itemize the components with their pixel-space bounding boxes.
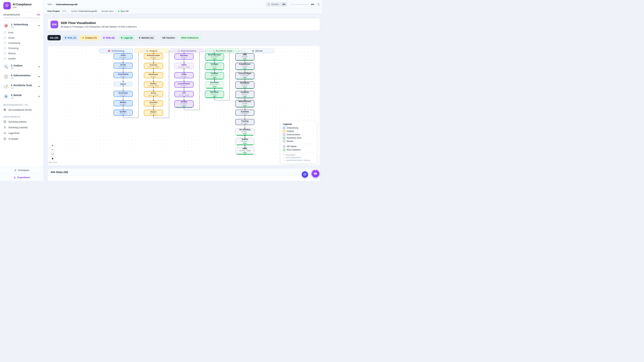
filter-pill[interactable]: Doku (6)	[101, 35, 117, 40]
breadcrumb-sdk[interactable]: SDK	[48, 3, 52, 6]
sidebar-item-schulung-learner[interactable]: Schulung (Learner)	[0, 124, 44, 130]
flow-node-einwilligungen[interactable]: EinwilligungenCP-CONS *100%	[205, 53, 224, 61]
flow-node-toms[interactable]: TOMsCP-TOM *	[174, 72, 194, 78]
flow-edge	[153, 88, 154, 90]
sidebar-item-dokumentation[interactable]: 📋 3. Dokumentation0%	[0, 72, 44, 81]
flow-edge	[184, 69, 184, 71]
flow-edge-arrowhead	[244, 61, 246, 62]
node-progress-bar	[237, 69, 253, 70]
flow-node-controls[interactable]: ControlsCP-CTRL * [DSB]	[144, 63, 163, 69]
sidebar-subitem-screening[interactable]: Screening	[0, 45, 44, 51]
legend-note: --- = gestrichelte Border: Optional	[283, 159, 314, 161]
flow-node-dsfa[interactable]: DSFACP-DSFA * [DSB]	[174, 63, 194, 69]
zoom-out-button[interactable]: −	[50, 147, 55, 152]
help-button[interactable]: ?	[317, 3, 320, 6]
filter-pill[interactable]: Vorb. (7)	[62, 35, 78, 40]
flow-node-pflichten[interactable]: PflichtenCP-OBL *	[174, 53, 194, 59]
sidebar-item-vorbereitung[interactable]: 🎯 1. Vorbereitung 0%	[0, 21, 44, 30]
column-header-icon: 📋	[178, 50, 180, 52]
sidebar-item-ai-quality[interactable]: AI Quality	[0, 136, 44, 142]
clipboard-icon: 📋	[3, 73, 9, 80]
flow-edge	[245, 126, 245, 127]
column-header-icon: 🎯	[108, 50, 110, 52]
flow-edge	[123, 87, 123, 89]
flow-canvas[interactable]: Legende VorbereitungAnalyseDokumentation…	[48, 46, 320, 166]
node-progress-bar	[237, 88, 253, 88]
flow-node-screening[interactable]: ScreeningCP-SCAN *	[114, 91, 133, 97]
flow-node-import[interactable]: Import	[114, 82, 133, 86]
flow-node-checklist[interactable]: ChecklistCP-CHK ~	[144, 100, 163, 106]
flow-node-vvt[interactable]: VVTCP-VVT * [DSB]	[174, 91, 194, 97]
sidebar-item-betrieb[interactable]: ⚙️ 5. Betrieb0%	[0, 92, 44, 101]
top-bar: SDK › Unternehmensprofil Suchen... ⌘K 0%…	[44, 0, 322, 9]
flow-node-profil[interactable]: ProfilCP-PROF *	[114, 53, 133, 59]
flow-node-anwendung[interactable]: AnwendungCP-UC *	[114, 72, 133, 78]
flow-node-anforderungen[interactable]: AnforderungenCP-REQ *	[144, 53, 163, 59]
flow-node-eskalationen[interactable]: EskalationenCP-ESC *100%	[235, 63, 254, 70]
flow-node-ai-act[interactable]: AI ActCP-AI * [LEGAL]	[144, 91, 163, 97]
header-progress-value: 0%	[311, 3, 314, 6]
flow-node-dsr[interactable]: DSRCP-DSR *100%	[235, 53, 254, 61]
step-status-circle	[4, 52, 6, 55]
panel-toggle-button[interactable]	[312, 170, 320, 178]
filter-pill[interactable]: Legal (5)	[118, 35, 135, 40]
flow-node-loeschfristen[interactable]: LoeschfristenCP-RET *	[174, 82, 194, 88]
sidebar-item-ce-compliance[interactable]: CE-Compliance (IACE)	[0, 107, 44, 113]
sidebar-subitem-module[interactable]: Module	[0, 51, 44, 56]
flow-node-vendor[interactable]: VendorCP-VEND *100%	[174, 100, 194, 108]
flow-node-consent-mgmt[interactable]: Consent MgmtCP-CMGMT *100%	[235, 72, 254, 79]
search-input[interactable]: Suchen... ⌘K	[266, 2, 287, 7]
fit-view-button[interactable]	[50, 152, 55, 156]
legend-item: RAG-Collection	[283, 149, 314, 151]
flow-node-nachweise[interactable]: NachweiseCP-EVI ~	[144, 72, 163, 78]
flow-node-notfallplan[interactable]: NotfallplanCP-NOTF *100%	[235, 81, 254, 89]
header-progress-track	[290, 4, 308, 5]
filter-pill[interactable]: Alle (36)	[48, 35, 61, 40]
flow-node-sec-backlog[interactable]: Sec-BacklogCP-SEC ~100%	[235, 128, 254, 136]
sync-status: Sync OK	[118, 10, 129, 12]
flow-node-vorlagen[interactable]: VorlagenCP-DOC *100%	[205, 63, 224, 70]
flow-node-training[interactable]: TrainingCP-TRAIN *	[235, 119, 254, 125]
sidebar-subitem-scope[interactable]: Scope	[0, 35, 44, 40]
flow-column-header-rechtliche-texte: 📝Rechtliche Texte	[205, 49, 239, 53]
flow-node-whistleblower[interactable]: WhistleblowerCP-WB *100%	[235, 100, 254, 107]
columns-icon	[314, 172, 317, 175]
flow-node-academy[interactable]: AcademyCP-ACAD *	[235, 110, 254, 116]
node-progress-bar	[176, 107, 192, 107]
flow-node-report[interactable]: ReportCP-AREP *	[144, 110, 163, 116]
sidebar-item-schulung-admin[interactable]: Schulung (Admin)	[0, 119, 44, 124]
sidebar-item-analyse[interactable]: 🔍 2. Analyse0%	[0, 62, 44, 71]
flow-node-module[interactable]: ModuleCP-MOD *	[114, 100, 133, 106]
legend-swatch-icon	[283, 133, 285, 136]
flow-node-cookies[interactable]: CookiesCP-COOK *100%	[205, 72, 224, 79]
flow-node-scope[interactable]: ScopeCP-SCOPE *	[114, 63, 133, 69]
chat-button[interactable]	[302, 171, 308, 178]
sidebar-item-legal-rag[interactable]: Legal RAG	[0, 130, 44, 136]
sidebar-subitem-profil[interactable]: Profil	[0, 30, 44, 35]
legend-title: Legende	[283, 123, 314, 125]
flow-node-workflow[interactable]: WorkflowCP-WRKF *100%	[205, 91, 224, 98]
export-button[interactable]: Exportieren	[0, 174, 44, 181]
flow-edge-arrowhead	[214, 89, 215, 90]
flow-edge-arrowhead	[122, 61, 124, 62]
flow-node-generator[interactable]: GeneratorCP-DOCGEN ~100%	[205, 81, 224, 89]
sidebar-subitem-anwendung[interactable]: Anwendung	[0, 40, 44, 45]
zoom-in-button[interactable]: +	[50, 143, 55, 147]
flow-node-quality[interactable]: QualityCP-QUAL ~100%	[235, 138, 254, 145]
legend-item: Rechtliche Texte	[283, 137, 314, 139]
filter-pill[interactable]: Betrieb (11)	[136, 35, 156, 40]
lock-button[interactable]	[50, 156, 55, 161]
flow-node-isms[interactable]: ISMSCP-ISMS ~ [DSB]100%	[235, 147, 254, 155]
node-progress-bar	[206, 88, 223, 88]
flow-edge-arrowhead	[183, 99, 185, 100]
filter-pill[interactable]: DB-Tabellen	[160, 35, 177, 40]
flow-node-quellen[interactable]: QuellenCP-SPOL *	[114, 110, 133, 116]
filter-pill[interactable]: Analyse (7)	[80, 35, 99, 40]
filter-pill[interactable]: RAG-Collections	[179, 35, 201, 40]
chip-icon	[3, 108, 6, 111]
sidebar-subitem-quellen[interactable]: Quellen	[0, 56, 44, 61]
collapse-sidebar-button[interactable]: Einklappen	[0, 167, 44, 174]
flow-node-risiken[interactable]: RisikenCP-RISK * [DSB]	[144, 82, 163, 88]
sidebar-item-rechtliche-texte[interactable]: 📝 4. Rechtliche Texte0%	[0, 82, 44, 91]
flow-node-incidents[interactable]: IncidentsCP-INC *100%	[235, 91, 254, 98]
